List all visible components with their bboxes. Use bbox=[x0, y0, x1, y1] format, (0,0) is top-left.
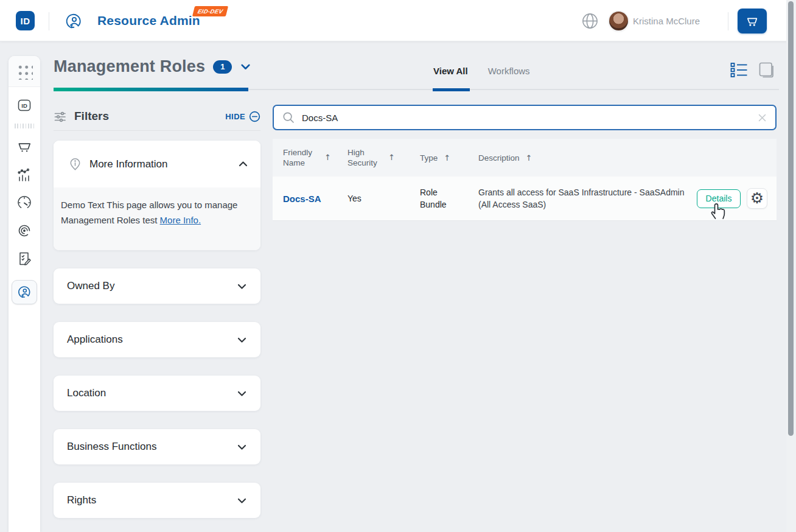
sort-asc-icon[interactable]: ↑ bbox=[444, 153, 450, 163]
page-header: Management Roles 1 View All Workflows bbox=[54, 41, 779, 90]
filter-section-rights[interactable]: Rights bbox=[54, 483, 260, 518]
friendly-name-link[interactable]: Docs-SA bbox=[283, 194, 321, 204]
clear-search-icon[interactable] bbox=[758, 113, 767, 122]
more-information-title: More Information bbox=[89, 158, 168, 170]
column-header-description[interactable]: Description ↑ bbox=[478, 153, 777, 163]
column-header-type[interactable]: Type ↑ bbox=[420, 153, 478, 163]
chevron-down-icon bbox=[237, 335, 247, 345]
filter-section-applications[interactable]: Applications bbox=[54, 322, 260, 357]
environment-badge: EID-DEV bbox=[192, 6, 229, 16]
fingerprint-icon[interactable] bbox=[9, 217, 40, 245]
search-bar bbox=[273, 105, 777, 130]
info-pin-icon bbox=[68, 157, 82, 171]
chevron-up-icon bbox=[238, 159, 248, 169]
role-switch-icon bbox=[64, 12, 83, 31]
table-header-row: Friendly Name ↑ High Security ↑ Type ↑ D… bbox=[273, 139, 777, 177]
chevron-down-icon bbox=[237, 495, 247, 506]
chevron-down-icon bbox=[237, 281, 247, 292]
more-information-card: More Information Demo Text This page all… bbox=[54, 141, 260, 250]
app-icon-rail: ID bbox=[9, 56, 40, 532]
results-count-badge: 1 bbox=[213, 60, 232, 74]
gear-icon: ⚙ bbox=[750, 191, 764, 206]
hide-filters-button[interactable]: HIDE bbox=[225, 111, 260, 122]
more-info-link[interactable]: More Info. bbox=[160, 215, 201, 225]
title-accent-bar bbox=[54, 88, 248, 91]
roles-table: Friendly Name ↑ High Security ↑ Type ↑ D… bbox=[273, 139, 777, 221]
chevron-down-icon bbox=[237, 442, 247, 452]
more-information-header[interactable]: More Information bbox=[54, 141, 260, 187]
top-app-bar: ID Resource Admin EID-DEV Kristina McClu… bbox=[0, 0, 796, 41]
card-view-icon[interactable] bbox=[758, 61, 775, 79]
page-scrollbar-track bbox=[786, 0, 796, 532]
svg-text:ID: ID bbox=[21, 102, 27, 109]
filters-panel: Filters HIDE More Inf bbox=[54, 103, 260, 532]
sliders-icon bbox=[54, 110, 66, 123]
user-name: Kristina McClure bbox=[633, 16, 700, 26]
column-header-high-security[interactable]: High Security ↑ bbox=[347, 147, 420, 168]
cart-icon bbox=[745, 15, 759, 28]
filter-section-business-functions[interactable]: Business Functions bbox=[54, 429, 260, 464]
column-header-friendly-name[interactable]: Friendly Name ↑ bbox=[273, 147, 347, 168]
minus-circle-icon bbox=[249, 111, 260, 122]
description-cell: Grants all access for SaaS Infrastructur… bbox=[478, 186, 688, 211]
sort-asc-icon[interactable]: ↑ bbox=[388, 152, 395, 163]
divider bbox=[54, 130, 260, 131]
id-card-icon[interactable]: ID bbox=[9, 91, 40, 119]
row-actions-button[interactable]: ⚙ bbox=[747, 188, 767, 209]
header-divider bbox=[728, 12, 728, 30]
resource-admin-screen: ID Resource Admin EID-DEV Kristina McClu… bbox=[0, 0, 796, 532]
filter-section-location[interactable]: Location bbox=[54, 376, 260, 411]
apps-grid-icon[interactable] bbox=[9, 56, 40, 87]
tab-bar: View All Workflows bbox=[433, 66, 530, 87]
search-input[interactable] bbox=[302, 113, 758, 123]
list-view-icon[interactable] bbox=[730, 62, 748, 78]
app-title: Resource Admin bbox=[97, 13, 200, 28]
user-avatar[interactable] bbox=[609, 12, 628, 30]
filter-section-owned-by[interactable]: Owned By bbox=[54, 268, 260, 304]
type-cell: Role Bundle bbox=[420, 186, 458, 211]
tab-view-all[interactable]: View All bbox=[433, 66, 468, 87]
search-icon bbox=[282, 111, 295, 124]
results-panel: Friendly Name ↑ High Security ↑ Type ↑ D… bbox=[273, 105, 777, 221]
details-button[interactable]: Details bbox=[697, 189, 741, 208]
role-switch-icon bbox=[16, 284, 32, 300]
chevron-down-icon bbox=[237, 388, 247, 399]
sort-asc-icon[interactable]: ↑ bbox=[324, 152, 331, 163]
page-scrollbar-thumb[interactable] bbox=[788, 1, 794, 436]
header-divider bbox=[49, 12, 49, 30]
cart-button[interactable] bbox=[738, 9, 767, 33]
globe-icon[interactable] bbox=[581, 12, 599, 30]
table-row: Docs-SA Yes Role Bundle Grants all acces… bbox=[273, 177, 777, 221]
page-title: Management Roles bbox=[54, 57, 205, 76]
cart-icon[interactable] bbox=[9, 133, 40, 161]
analytics-icon[interactable] bbox=[9, 161, 40, 189]
gauge-icon[interactable] bbox=[9, 189, 40, 217]
filters-title: Filters bbox=[74, 110, 109, 123]
id-logo[interactable]: ID bbox=[16, 11, 35, 30]
more-information-body: Demo Text This page allows you to manage… bbox=[54, 187, 260, 250]
sort-asc-icon[interactable]: ↑ bbox=[526, 153, 532, 163]
drag-dashes-icon[interactable] bbox=[9, 119, 40, 133]
chevron-down-icon[interactable] bbox=[240, 61, 251, 72]
tasks-edit-icon[interactable] bbox=[9, 245, 40, 273]
rail-item-resource-admin-active[interactable] bbox=[12, 280, 37, 304]
tab-workflows[interactable]: Workflows bbox=[488, 66, 530, 87]
high-security-cell: Yes bbox=[347, 194, 420, 203]
